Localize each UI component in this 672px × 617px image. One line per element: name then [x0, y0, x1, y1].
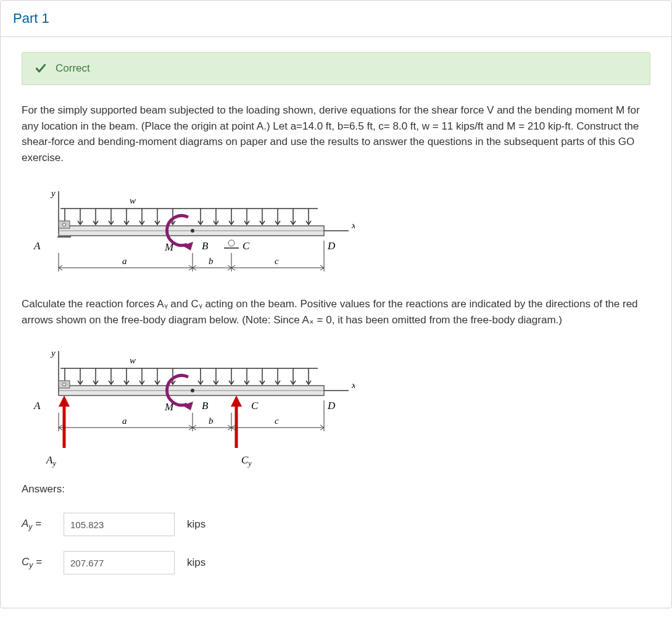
part-header: Part 1	[1, 1, 671, 37]
answer-row-ay: Ay = kips	[22, 513, 650, 536]
svg-text:y: y	[50, 348, 56, 358]
dim-b-label: b	[209, 256, 214, 266]
svg-marker-61	[182, 402, 193, 410]
point-a-label: A	[33, 240, 41, 252]
svg-text:c: c	[275, 416, 279, 426]
svg-text:w: w	[130, 355, 136, 365]
answer-unit-cy: kips	[187, 557, 205, 569]
answer-label-ay: Ay =	[22, 518, 56, 531]
status-text: Correct	[56, 62, 90, 75]
answer-row-cy: Cy = kips	[22, 551, 650, 574]
dim-a-label: a	[122, 256, 127, 266]
w-label: w	[130, 196, 136, 205]
svg-point-62	[191, 389, 194, 392]
x-axis-label: x	[351, 220, 355, 230]
svg-text:M: M	[164, 401, 174, 413]
problem-statement: For the simply supported beam subjected …	[22, 102, 650, 165]
answer-unit-ay: kips	[187, 518, 205, 531]
svg-text:A: A	[33, 400, 41, 412]
svg-point-27	[191, 229, 194, 233]
svg-point-60	[63, 383, 66, 386]
instruction-text: Calculate the reaction forces Aᵧ and Cᵧ …	[22, 296, 650, 328]
point-b-label: B	[202, 240, 209, 252]
svg-point-22	[63, 223, 66, 226]
y-axis-label: y	[50, 188, 56, 198]
svg-text:a: a	[122, 416, 127, 426]
loading-diagram: y	[22, 186, 355, 285]
svg-text:C: C	[251, 400, 259, 412]
cy-label: Cy	[241, 454, 252, 468]
answer-input-ay[interactable]	[64, 513, 175, 536]
point-d-label: D	[327, 240, 336, 252]
answer-label-cy: Cy =	[22, 556, 56, 569]
moment-m-label: M	[164, 241, 174, 253]
dim-c-label: c	[275, 256, 279, 266]
svg-marker-71	[231, 395, 242, 407]
svg-marker-26	[182, 242, 193, 251]
answer-input-cy[interactable]	[64, 551, 175, 574]
svg-point-24	[228, 240, 234, 246]
reaction-ay-arrow	[59, 395, 70, 448]
part-card: Part 1 Correct For the simply supported …	[0, 0, 672, 608]
svg-text:D: D	[327, 400, 336, 412]
part-body: Correct For the simply supported beam su…	[1, 37, 671, 608]
svg-text:b: b	[209, 416, 214, 426]
ay-label: Ay	[46, 454, 56, 468]
answers-section: Answers: Ay = kips Cy = kips	[22, 483, 650, 574]
part-title: Part 1	[13, 10, 659, 27]
reaction-cy-arrow	[231, 395, 242, 448]
svg-text:x: x	[351, 380, 355, 390]
status-banner: Correct	[22, 52, 650, 85]
check-icon	[35, 62, 47, 75]
answers-heading: Answers:	[22, 483, 650, 495]
svg-text:B: B	[202, 400, 209, 412]
point-c-label: C	[243, 240, 250, 252]
free-body-diagram: y	[22, 346, 355, 470]
svg-marker-69	[59, 395, 70, 407]
